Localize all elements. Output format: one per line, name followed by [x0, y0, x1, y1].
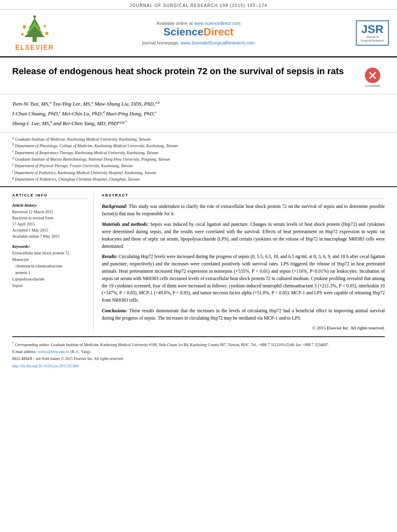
affiliation-a: a Graduate Institute of Medicine, Kaohsi…: [12, 136, 385, 142]
available-online-label: Available online at: [156, 21, 193, 26]
crossmark-symbol-icon: [368, 71, 377, 80]
keywords-section: Keywords: Extracellular heat shock prote…: [12, 244, 87, 289]
abstract-background: Background: This study was undertaken to…: [102, 203, 385, 218]
journal-homepage-url[interactable]: www.JournalofSurgicalResearch.com: [181, 40, 255, 45]
journal-homepage-label: journal homepage:: [142, 40, 179, 45]
two-column-section: ARTICLE INFO Article history: Received 1…: [0, 187, 397, 336]
affiliation-f: f Department of Pediatrics, Kaohsiung Me…: [12, 169, 385, 176]
logo-bar: ELSEVIER Available online at www.science…: [0, 10, 397, 57]
sd-brand-part1: Science: [164, 26, 204, 38]
journal-homepage: journal homepage: www.JournalofSurgicalR…: [61, 40, 336, 45]
keyword-chemotactic: chemotactic/chemoattractant: [12, 263, 87, 269]
article-info-column: ARTICLE INFO Article history: Received 1…: [12, 193, 94, 330]
svg-point-8: [33, 15, 36, 18]
rights-note: 0022-4804/$ – see front matter © 2015 El…: [12, 356, 385, 362]
abstract-conclusions: Conclusions: These results demonstrate t…: [102, 307, 385, 322]
doi-line: http://dx.doi.org/10.1016/j.jss.2015.05.…: [12, 363, 385, 369]
journal-header-text: JOURNAL OF SURGICAL RESEARCH 198 (2015) …: [129, 3, 267, 8]
history-label: Article history:: [12, 203, 87, 208]
history-accepted: Accepted 1 May 2015: [12, 227, 87, 233]
email-note: E-mail address: rechya@kmu.edu.tw (R.-C.…: [12, 349, 385, 355]
footer-section: * Corresponding author. Graduate Institu…: [12, 336, 385, 374]
sciencedirect-brand: ScienceDirect: [61, 26, 336, 38]
keyword-sepsis: Sepsis: [12, 283, 87, 289]
doi-link[interactable]: http://dx.doi.org/10.1016/j.jss.2015.05.…: [12, 364, 79, 368]
article-title-section: Release of endogenous heat shock protein…: [0, 57, 397, 94]
svg-point-4: [23, 25, 26, 29]
svg-rect-0: [33, 37, 37, 42]
email-suffix: (R.-C. Yang).: [70, 350, 91, 354]
background-text: This study was undertaken to clarify the…: [102, 204, 385, 216]
affiliation-b: b Department of Physiology, College of M…: [12, 142, 385, 149]
authors-section: Tsen-Ni Tsai, MS,a Tzu-Ying Lee, MS,a Ma…: [0, 94, 397, 132]
affiliation-d: d Graduate Institute of Marine Biotechno…: [12, 156, 385, 162]
article-info-heading: ARTICLE INFO: [12, 193, 87, 199]
history-revised-date: 17 April 2015: [12, 221, 87, 227]
jsr-box: JSR Journal ofSurgical Research: [356, 20, 389, 46]
svg-point-6: [21, 33, 24, 35]
svg-point-7: [45, 32, 48, 35]
keywords-label: Keywords:: [12, 244, 87, 249]
authors-line: Tsen-Ni Tsai, MS,a Tzu-Ying Lee, MS,a Ma…: [12, 99, 385, 128]
affiliations-section: a Graduate Institute of Medicine, Kaohsi…: [0, 132, 397, 187]
keyword-hsp72: Extracellular heat shock protein 72: [12, 250, 87, 256]
results-text: Circulating Hsp72 levels were increased …: [102, 254, 385, 302]
elsevier-logo: ELSEVIER: [8, 15, 61, 51]
center-info: Available online at www.sciencedirect.co…: [61, 21, 336, 45]
abstract-results: Results: Circulating Hsp72 levels were i…: [102, 253, 385, 304]
sciencedirect-url[interactable]: www.sciencedirect.com: [194, 21, 240, 26]
sd-brand-part2: Direct: [204, 26, 234, 38]
history-online: Available online 7 May 2015: [12, 233, 87, 239]
jsr-subtitle: Journal ofSurgical Research: [361, 35, 384, 42]
results-label: Results:: [102, 254, 117, 259]
available-online-text: Available online at www.sciencedirect.co…: [61, 21, 336, 26]
background-label: Background:: [102, 204, 127, 209]
conclusions-text: These results demonstrate that the incre…: [102, 308, 385, 320]
affiliation-c: c Department of Respiratory Therapy, Kao…: [12, 149, 385, 156]
keyword-monocyte: Monocyte: [12, 256, 87, 263]
abstract-heading: ABSTRACT: [102, 193, 385, 199]
svg-point-5: [44, 25, 46, 27]
keyword-lps: Lipopolysaccharide: [12, 276, 87, 283]
elsevier-name: ELSEVIER: [15, 44, 54, 51]
journal-header: JOURNAL OF SURGICAL RESEARCH 198 (2015) …: [0, 0, 397, 10]
conclusions-label: Conclusions:: [102, 308, 127, 313]
history-received: Received 12 March 2015: [12, 209, 87, 215]
keyword-protein1: protein-1: [12, 269, 87, 276]
copyright: © 2015 Elsevier Inc. All rights reserved…: [102, 325, 385, 330]
svg-marker-3: [24, 26, 45, 37]
crossmark-label: CrossMark: [365, 84, 381, 88]
abstract-column: ABSTRACT Background: This study was unde…: [102, 193, 385, 330]
crossmark[interactable]: CrossMark: [360, 68, 385, 88]
crossmark-icon: [365, 68, 380, 83]
corresponding-note: * Corresponding author. Graduate Institu…: [12, 341, 385, 348]
article-title: Release of endogenous heat shock protein…: [12, 66, 356, 77]
affiliation-g: g Department of Pediatrics, Changhua Chr…: [12, 176, 385, 182]
article-history: Article history: Received 12 March 2015 …: [12, 203, 87, 239]
jsr-letters: JSR: [361, 24, 384, 35]
history-revised-label: Received in revised form: [12, 215, 87, 221]
affiliation-e: e Department of Physical Therapy, Fooyin…: [12, 162, 385, 169]
elsevier-tree-icon: [16, 15, 53, 43]
methods-label: Materials and methods:: [102, 222, 149, 227]
email-link[interactable]: rechya@kmu.edu.tw: [37, 350, 70, 354]
abstract-methods: Materials and methods: Sepsis was induce…: [102, 221, 385, 250]
jsr-logo: JSR Journal ofSurgical Research: [336, 20, 389, 46]
